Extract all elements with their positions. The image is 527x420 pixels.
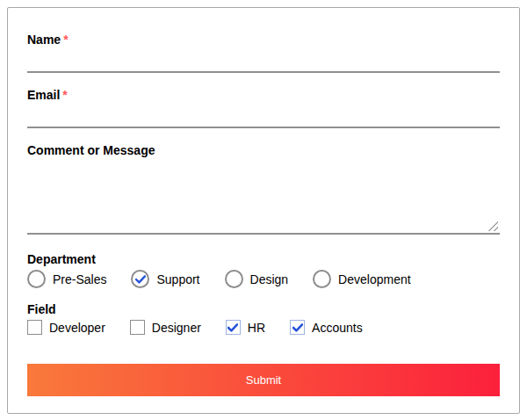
radio-icon bbox=[313, 270, 331, 288]
message-textarea[interactable] bbox=[27, 159, 500, 235]
radio-label: Pre-Sales bbox=[53, 272, 106, 286]
email-label: Email* bbox=[27, 88, 500, 102]
check-icon bbox=[135, 275, 146, 284]
checkbox-option-developer[interactable]: Developer bbox=[27, 320, 105, 335]
message-textarea-wrap bbox=[27, 159, 500, 235]
checkbox-option-hr[interactable]: HR bbox=[226, 320, 265, 335]
check-icon bbox=[227, 323, 238, 332]
contact-form: Name* Email* Comment or Message Departme… bbox=[7, 7, 520, 414]
radio-label: Development bbox=[338, 272, 411, 286]
radio-option-design[interactable]: Design bbox=[225, 270, 289, 288]
radio-option-development[interactable]: Development bbox=[313, 270, 411, 288]
department-options: Pre-Sales Support Design Development bbox=[27, 270, 500, 288]
name-label-text: Name bbox=[27, 33, 61, 47]
required-asterisk: * bbox=[62, 88, 67, 102]
checkbox-label: HR bbox=[248, 321, 265, 335]
checkbox-icon bbox=[27, 320, 42, 335]
field-group: Field Developer Designer HR bbox=[27, 302, 500, 335]
radio-icon bbox=[27, 270, 46, 288]
email-input[interactable] bbox=[27, 102, 500, 128]
field-label: Field bbox=[27, 302, 500, 316]
checkbox-label: Accounts bbox=[312, 321, 363, 335]
radio-icon bbox=[225, 270, 243, 288]
name-field-group: Name* bbox=[27, 33, 500, 73]
message-label-text: Comment or Message bbox=[27, 143, 155, 157]
radio-option-pre-sales[interactable]: Pre-Sales bbox=[27, 270, 106, 288]
checkbox-label: Developer bbox=[49, 321, 105, 335]
email-field-group: Email* bbox=[27, 88, 500, 128]
email-label-text: Email bbox=[27, 88, 60, 102]
checkbox-option-designer[interactable]: Designer bbox=[130, 320, 201, 335]
name-label: Name* bbox=[27, 33, 500, 47]
message-field-group: Comment or Message bbox=[27, 143, 500, 235]
name-input[interactable] bbox=[27, 47, 500, 73]
checkbox-label: Designer bbox=[152, 321, 201, 335]
submit-button[interactable]: Submit bbox=[27, 364, 500, 396]
checkbox-icon-checked bbox=[226, 320, 241, 335]
check-icon bbox=[292, 323, 303, 332]
checkbox-option-accounts[interactable]: Accounts bbox=[290, 320, 363, 335]
checkbox-icon-checked bbox=[290, 320, 305, 335]
radio-icon-checked bbox=[131, 270, 149, 288]
department-group: Department Pre-Sales Support Design bbox=[27, 252, 500, 288]
checkbox-icon bbox=[130, 320, 145, 335]
radio-label: Support bbox=[156, 272, 199, 286]
radio-label: Design bbox=[250, 272, 289, 286]
radio-option-support[interactable]: Support bbox=[131, 270, 199, 288]
required-asterisk: * bbox=[63, 33, 68, 47]
message-label: Comment or Message bbox=[27, 143, 500, 157]
field-options: Developer Designer HR Accounts bbox=[27, 320, 500, 335]
department-label: Department bbox=[27, 252, 500, 266]
